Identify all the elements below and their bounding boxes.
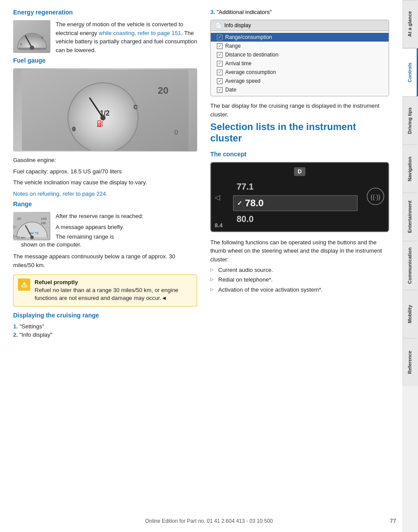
svg-text:⛽: ⛽ — [96, 120, 104, 127]
sidebar-tab-at-a-glance-label: At a glance — [407, 11, 412, 37]
info-row-label-0: Range/consumption — [225, 34, 272, 40]
svg-text:0: 0 — [72, 126, 75, 132]
info-row-label-1: Range — [225, 43, 241, 49]
svg-text:C: C — [134, 104, 138, 110]
info-row-6: ✓ Date — [211, 85, 389, 94]
range-body: The message appears continuously below a… — [13, 252, 197, 269]
footer-text: Online Edition for Part no. 01 41 2 604 … — [145, 518, 273, 524]
sidebar-tab-entertainment[interactable]: Entertainment — [402, 193, 418, 241]
info-row-4: ✓ Average consumption — [211, 68, 389, 77]
checkbox-3: ✓ — [217, 61, 223, 67]
page-number: 77 — [390, 518, 396, 524]
checkbox-0: ✓ — [217, 35, 223, 40]
svg-text:0: 0 — [20, 42, 22, 46]
info-row-0: ✓ Range/consumption — [211, 33, 389, 42]
cluster-bottom-left: 8.4 — [215, 222, 223, 229]
warning-text: Refuel promptly Refuel no later than at … — [35, 278, 192, 303]
info-row-label-2: Distance to destination — [225, 52, 278, 58]
checkbox-1: ✓ — [217, 43, 223, 49]
info-row-label-5: Average speed — [225, 78, 261, 84]
main-content: Energy regeneration — [0, 0, 402, 532]
info-row-5: ✓ Average speed — [211, 77, 389, 85]
cluster-inner: D ◁ 77.1 ✓78.0 80.0 — [211, 163, 388, 231]
svg-text:((·)): ((·)) — [371, 193, 381, 200]
info-display-label: Info display — [224, 22, 251, 28]
info-row-3: ✓ Arrival time — [211, 59, 389, 68]
fuel-gauge-image: 0 C 1/2 ⛽ 20 0 — [13, 68, 197, 151]
energy-regeneration-section: Energy regeneration — [13, 9, 197, 57]
warning-box: ⚠ Refuel promptly Refuel no later than a… — [13, 275, 197, 307]
concept-bullet-list: Current audio source. Redial on telephon… — [210, 266, 389, 294]
sidebar-tab-communication-label: Communication — [407, 247, 412, 284]
fuel-gauge-line1: Gasoline engine: — [13, 156, 197, 165]
sidebar-tab-driving-tips-label: Driving tips — [407, 107, 412, 134]
checkbox-4: ✓ — [217, 70, 223, 75]
signal-svg: ((·)) — [366, 187, 385, 205]
cruising-range-steps: 1. "Settings" 2. "Info display" — [13, 323, 197, 338]
sidebar-tab-reference[interactable]: Reference — [402, 338, 418, 386]
step3-num: 3. — [210, 9, 215, 15]
fuel-gauge-link: Notes on refueling, refer to page 224. — [13, 190, 197, 198]
step-1-num: 1. — [13, 323, 18, 330]
concept-bullet-1: Current audio source. — [210, 266, 389, 274]
range-content: 20 140 160 →W 79 35 am After the reserve… — [13, 212, 197, 252]
energy-gauge-svg: 0 5 — [17, 24, 47, 50]
sidebar-tab-mobility-label: Mobility — [407, 305, 412, 324]
fuel-gauge-line2: Fuel capacity: approx. 18.5 US gal/70 li… — [13, 167, 197, 176]
range-bullet-2: The remaining range isshown on the compu… — [13, 233, 197, 249]
sidebar-tab-communication[interactable]: Communication — [402, 241, 418, 290]
cluster-rows: 77.1 ✓78.0 80.0 — [233, 180, 358, 227]
cluster-right-signal: ((·)) — [366, 187, 385, 207]
sidebar-tab-navigation-label: Navigation — [407, 156, 412, 181]
svg-text:140: 140 — [41, 217, 47, 221]
checkmark-icon: ✓ — [237, 200, 242, 207]
warning-title: Refuel promptly — [35, 278, 192, 286]
checkbox-6: ✓ — [217, 87, 223, 93]
step-1-text: "Settings" — [19, 323, 44, 330]
range-bullet-1: A message appears briefly. — [13, 223, 197, 231]
sidebar-tab-reference-label: Reference — [407, 351, 412, 374]
svg-text:20: 20 — [17, 217, 21, 221]
svg-text:0: 0 — [174, 128, 178, 136]
range-section: Range 20 140 160 →W 79 35 am — [13, 201, 197, 307]
energy-regen-content: 0 5 The energy of motion of the vehicle … — [13, 20, 197, 57]
sidebar-tab-navigation[interactable]: Navigation — [402, 144, 418, 193]
svg-point-12 — [100, 115, 106, 120]
refueling-link[interactable]: Notes on refueling, refer to page 224. — [13, 190, 107, 197]
cluster-display: D ◁ 77.1 ✓78.0 80.0 — [210, 162, 389, 232]
cruising-range-step-1: 1. "Settings" — [13, 323, 197, 330]
energy-regen-image: 0 5 — [13, 20, 50, 53]
concept-bullet-3: Activation of the voice activation syste… — [210, 286, 389, 294]
energy-regen-link[interactable]: while coasting, refer to page 151 — [99, 30, 181, 36]
cluster-row-1: ✓78.0 — [233, 195, 358, 211]
cruising-range-step-2: 2. "Info display" — [13, 331, 197, 338]
page-wrapper: Energy regeneration — [0, 0, 418, 532]
sidebar-tab-at-a-glance[interactable]: At a glance — [402, 0, 418, 48]
info-row-1: ✓ Range — [211, 42, 389, 50]
selection-lists-heading: Selection lists in the instrument cluste… — [210, 121, 389, 144]
info-icon: 📄 — [215, 22, 222, 28]
cluster-row-2: 80.0 — [233, 212, 358, 226]
energy-regen-heading: Energy regeneration — [13, 9, 197, 16]
checkbox-5: ✓ — [217, 78, 223, 84]
warning-icon: ⚠ — [18, 278, 30, 291]
cluster-left-chevron: ◁ — [215, 193, 220, 201]
info-row-label-6: Date — [225, 87, 236, 93]
step3-text: "Additional indicators" — [216, 9, 272, 15]
sidebar-tab-driving-tips[interactable]: Driving tips — [402, 96, 418, 144]
svg-point-2 — [30, 46, 34, 50]
right-column: 3. "Additional indicators" 📄 Info displa… — [206, 9, 389, 519]
concept-bullet-2: Redial on telephone*. — [210, 276, 389, 284]
sidebar-tab-controls[interactable]: Controls — [402, 48, 418, 96]
cruising-range-description: The bar display for the cruising range i… — [210, 102, 389, 119]
sidebar-tabs: At a glance Controls Driving tips Naviga… — [402, 0, 418, 532]
checkbox-2: ✓ — [217, 52, 223, 58]
step-2-num: 2. — [13, 331, 18, 338]
info-row-label-3: Arrival time — [225, 60, 252, 67]
range-heading: Range — [13, 201, 197, 208]
sidebar-tab-mobility[interactable]: Mobility — [402, 290, 418, 338]
selection-lists-heading-text: Selection lists in the instrument cluste… — [210, 121, 356, 144]
sidebar-tab-entertainment-label: Entertainment — [407, 201, 412, 233]
left-column: Energy regeneration — [13, 9, 206, 519]
cluster-row-0: 77.1 — [233, 180, 358, 194]
